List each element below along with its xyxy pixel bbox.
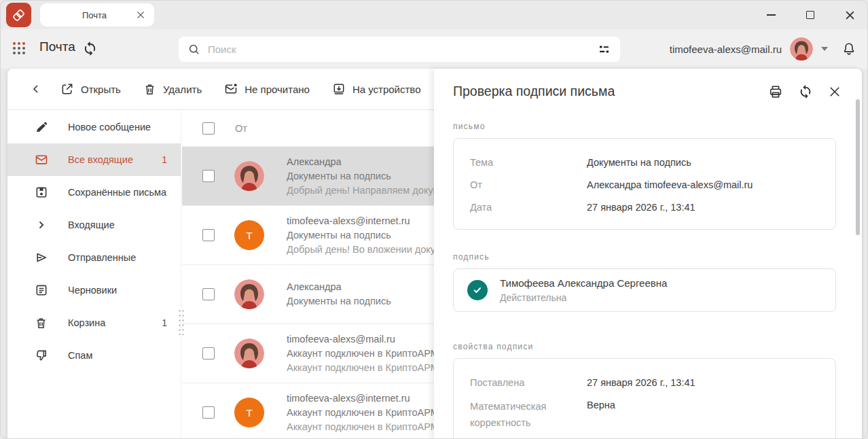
sidebar-item-spam[interactable]: Спам [7, 339, 181, 372]
signature-card[interactable]: Тимофеева Александра Сергеевна Действите… [453, 268, 836, 312]
envelope-icon [35, 153, 48, 166]
select-all-checkbox[interactable] [202, 122, 215, 135]
info-value: 27 января 2026 г., 13:41 [587, 200, 695, 214]
signature-info: Тимофеева Александра Сергеевна Действите… [500, 276, 667, 304]
sidebar-item-drafts[interactable]: Черновики [7, 274, 181, 306]
mail-preview: Добрый день! Во вложении документ. [287, 243, 434, 257]
print-icon[interactable] [768, 84, 783, 99]
info-label: Тема [470, 156, 587, 169]
mail-unread-icon [224, 82, 238, 96]
mail-list-header: От [182, 111, 434, 147]
back-chevron-icon[interactable] [29, 82, 43, 96]
avatar: Т [234, 220, 264, 250]
minimize-button[interactable] [764, 8, 778, 22]
mail-row[interactable]: Т timofeeva-alexs@internet.ru Документы … [182, 206, 434, 265]
save-icon [35, 186, 48, 199]
mail-subject: Аккаунт подключен в КриптоАРМ [287, 347, 434, 361]
signature-check-panel: Проверка подписи письма письмо Тема Доку… [434, 69, 862, 439]
mail-row-text: Александра Документы на подпись [287, 280, 434, 309]
drafts-icon [35, 283, 48, 297]
sidebar-item-inbox[interactable]: Входящие [7, 209, 181, 241]
mail-sender: Александра [287, 155, 434, 169]
mail-row[interactable]: Т timofeeva-alexs@internet.ru Аккаунт по… [182, 383, 434, 439]
row-checkbox[interactable] [202, 406, 215, 419]
info-label: Математическая корректность [470, 398, 587, 431]
info-row: Поставлена 27 января 2026 г., 13:41 [470, 372, 819, 394]
mail-subject: Документы на подпись [287, 228, 434, 243]
trash-count-badge: 1 [162, 317, 167, 328]
mail-subject: Документы на подпись [287, 294, 434, 309]
section-label-properties: свойства подписи [453, 342, 836, 351]
sidebar-item-label: Корзина [68, 317, 162, 328]
mark-unread-button[interactable]: Не прочитано [224, 82, 310, 96]
mail-row-text: timofeeva-alexs@internet.ru Аккаунт подк… [287, 391, 434, 434]
account-chevron-down-icon[interactable] [821, 47, 828, 51]
mail-list: От Александра Документы на подпись Добры… [182, 111, 434, 439]
panel-scrollbar[interactable] [856, 99, 860, 235]
sync-icon[interactable] [82, 41, 98, 56]
mail-sender: timofeeva-alexs@mail.ru [287, 332, 434, 347]
sidebar-item-all-inbox[interactable]: Все входящие 1 [7, 143, 181, 176]
thumbs-down-icon [35, 349, 48, 362]
sidebar-item-label: Черновики [68, 285, 167, 296]
avatar [234, 279, 264, 309]
mail-sender: timofeeva-alexs@internet.ru [287, 214, 434, 228]
sidebar-item-label: Отправленные [68, 252, 167, 263]
search-icon [187, 43, 200, 56]
open-button[interactable]: Открыть [60, 82, 121, 96]
section-label-letter: письмо [453, 122, 836, 131]
mail-preview: Аккаунт подключен в КриптоАРМ Отп [287, 420, 434, 434]
maximize-button[interactable] [803, 8, 817, 22]
refresh-icon[interactable] [798, 84, 813, 99]
panel-close-icon[interactable] [828, 85, 842, 99]
sidebar-item-saved[interactable]: Сохранённые письма [7, 176, 181, 209]
mail-preview: Добрый день! Направляем документы [287, 183, 434, 198]
account-email: timofeeva-alexs@mail.ru [670, 43, 782, 55]
mail-sender: timofeeva-alexs@internet.ru [287, 391, 434, 406]
mail-subject: Аккаунт подключен в КриптоАРМ [287, 406, 434, 420]
page-title: Почта [39, 39, 75, 54]
mail-row[interactable]: Александра Документы на подпись Добрый д… [182, 147, 434, 206]
window-close-button[interactable] [843, 8, 856, 22]
tab-close-icon[interactable] [132, 7, 149, 23]
titlebar: Почта [1, 1, 867, 29]
mail-row-text: timofeeva-alexs@mail.ru Аккаунт подключе… [287, 332, 434, 375]
delete-button[interactable]: Удалить [143, 83, 202, 96]
app-logo-icon [6, 3, 31, 27]
save-to-device-button-label: На устройство [352, 84, 421, 95]
account-area: timofeeva-alexs@mail.ru [670, 29, 856, 69]
sidebar-item-new-message[interactable]: Новое сообщение [7, 111, 181, 143]
valid-check-icon [467, 280, 488, 300]
row-checkbox[interactable] [202, 229, 215, 241]
sidebar-item-label: Новое сообщение [68, 122, 167, 133]
mail-row[interactable]: timofeeva-alexs@mail.ru Аккаунт подключе… [182, 324, 434, 383]
signature-properties-card: Поставлена 27 января 2026 г., 13:41 Мате… [453, 358, 836, 439]
unread-count-badge: 1 [162, 154, 167, 165]
search-input[interactable] [208, 43, 592, 55]
account-avatar[interactable] [790, 37, 813, 60]
apps-grid-icon[interactable] [13, 42, 25, 54]
trash-icon [143, 83, 156, 96]
mail-preview: Аккаунт подключен в КриптоАРМ Отп [287, 361, 434, 375]
sidebar-item-sent[interactable]: Отправленные [7, 241, 181, 274]
sidebar-item-label: Входящие [68, 220, 167, 230]
row-checkbox[interactable] [202, 288, 215, 300]
tab-mail[interactable]: Почта [40, 3, 154, 27]
info-value: Верна [587, 398, 615, 431]
column-from-label: От [235, 123, 247, 134]
sidebar-item-trash[interactable]: Корзина 1 [7, 306, 181, 339]
open-in-new-icon [60, 82, 74, 96]
row-checkbox[interactable] [202, 170, 215, 182]
signer-name: Тимофеева Александра Сергеевна [500, 276, 667, 291]
send-icon [35, 251, 48, 264]
mail-area: Открыть Удалить Не прочитано На устройст… [7, 69, 434, 439]
filter-icon[interactable] [592, 42, 611, 56]
sidebar-item-label: Все входящие [68, 154, 162, 165]
app-header: Почта timofeeva-alexs@mail.ru [1, 29, 867, 69]
mail-row[interactable]: Александра Документы на подпись [182, 265, 434, 324]
row-checkbox[interactable] [202, 347, 215, 359]
window-controls [764, 1, 856, 29]
notifications-bell-icon[interactable] [842, 41, 856, 56]
info-value: 27 января 2026 г., 13:41 [587, 376, 695, 389]
save-to-device-button[interactable]: На устройство [332, 82, 421, 96]
